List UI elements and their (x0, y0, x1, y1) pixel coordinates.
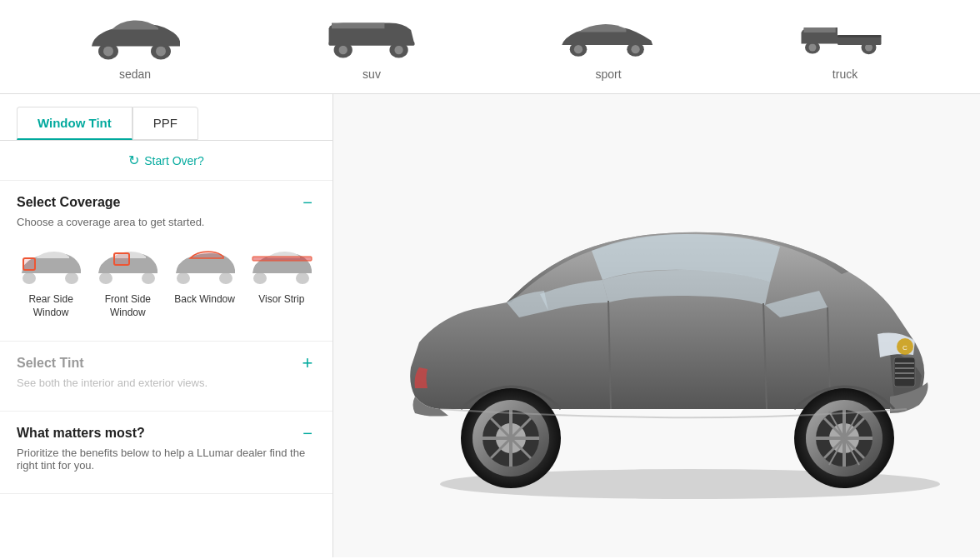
svg-point-1 (103, 47, 113, 57)
svg-rect-22 (24, 259, 34, 269)
coverage-collapse-btn[interactable]: − (299, 194, 316, 211)
left-panel: Window Tint PPF ↻ Start Over? Select Cov… (0, 94, 333, 557)
coverage-front-side[interactable]: Front Side Window (93, 245, 162, 319)
svg-point-28 (219, 272, 232, 284)
rear-side-icon (18, 245, 84, 287)
svg-rect-18 (838, 35, 882, 37)
vehicle-selector-bar: sedan suv spo (0, 0, 980, 94)
svg-point-23 (99, 272, 112, 284)
svg-point-29 (253, 272, 267, 284)
truck-label: truck (832, 67, 858, 81)
back-window-label: Back Window (174, 293, 235, 307)
main-layout: Window Tint PPF ↻ Start Over? Select Cov… (0, 94, 980, 557)
svg-point-19 (22, 272, 36, 284)
coverage-grid: Rear Side Window (17, 237, 316, 327)
back-window-icon (172, 245, 238, 287)
sport-label: sport (595, 67, 621, 81)
main-car-image: C (373, 151, 940, 501)
vehicle-sport[interactable]: sport (542, 8, 675, 85)
svg-point-27 (177, 272, 190, 284)
vehicle-truck[interactable]: truck (778, 8, 912, 85)
svg-point-14 (809, 44, 817, 52)
vehicle-suv[interactable]: suv (305, 8, 438, 85)
visor-strip-label: Visor Strip (258, 293, 304, 307)
sport-icon (558, 12, 658, 62)
front-side-icon (94, 245, 161, 287)
truck-icon (795, 12, 895, 62)
matters-header: What matters most? − (17, 425, 316, 442)
matters-collapse-btn[interactable]: − (299, 425, 316, 442)
tint-expand-btn[interactable]: + (299, 355, 316, 372)
refresh-icon: ↻ (128, 152, 139, 168)
car-display-panel: C (333, 94, 980, 557)
vehicle-sedan[interactable]: sedan (68, 8, 202, 85)
tint-subtitle: See both the interior and exterior views… (17, 377, 316, 389)
svg-rect-17 (838, 37, 882, 46)
svg-point-10 (574, 45, 582, 53)
svg-point-20 (65, 272, 78, 284)
coverage-visor-strip[interactable]: Visor Strip (248, 245, 316, 319)
svg-rect-36 (894, 357, 915, 387)
matters-subtitle: Prioritize the benefits below to help a … (17, 447, 316, 472)
tabs-container: Window Tint PPF (0, 94, 332, 141)
coverage-header: Select Coverage − (17, 194, 316, 211)
tab-window-tint[interactable]: Window Tint (17, 107, 132, 140)
svg-point-30 (296, 272, 309, 284)
rear-side-label: Rear Side Window (28, 293, 72, 319)
tab-ppf[interactable]: PPF (132, 107, 198, 140)
select-tint-section: Select Tint + See both the interior and … (0, 342, 332, 412)
svg-rect-26 (115, 254, 128, 264)
coverage-rear-side[interactable]: Rear Side Window (17, 245, 85, 319)
svg-rect-8 (329, 42, 415, 46)
what-matters-section: What matters most? − Prioritize the bene… (0, 412, 332, 494)
svg-point-7 (394, 46, 402, 54)
svg-point-12 (631, 45, 639, 53)
matters-title: What matters most? (17, 426, 145, 441)
svg-point-3 (156, 47, 166, 57)
coverage-subtitle: Choose a coverage area to get started. (17, 216, 316, 228)
suv-icon (322, 12, 422, 62)
select-coverage-section: Select Coverage − Choose a coverage area… (0, 181, 332, 342)
visor-strip-icon (248, 245, 315, 287)
start-over-button[interactable]: ↻ Start Over? (0, 141, 332, 181)
front-side-label: Front Side Window (105, 293, 151, 319)
sedan-label: sedan (119, 67, 151, 81)
tint-header: Select Tint + (17, 355, 316, 372)
coverage-back-window[interactable]: Back Window (171, 245, 239, 319)
sedan-icon (85, 12, 185, 62)
tint-title: Select Tint (17, 356, 84, 371)
svg-rect-31 (252, 257, 312, 261)
coverage-title: Select Coverage (17, 195, 121, 210)
svg-point-24 (142, 272, 155, 284)
svg-text:C: C (902, 344, 908, 352)
suv-label: suv (362, 67, 381, 81)
svg-point-5 (339, 46, 348, 54)
